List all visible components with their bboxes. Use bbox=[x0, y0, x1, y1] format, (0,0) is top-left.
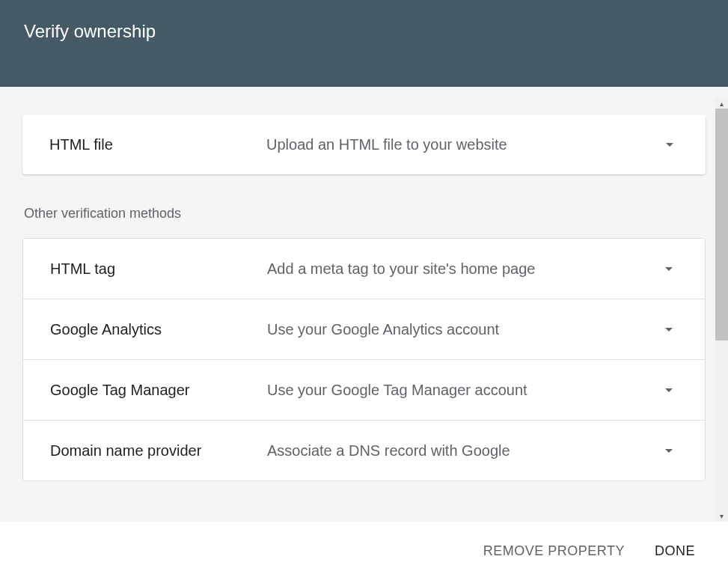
method-title: Domain name provider bbox=[50, 442, 267, 460]
method-description: Associate a DNS record with Google bbox=[267, 442, 660, 460]
scroll-up-arrow-icon[interactable]: ▴ bbox=[715, 98, 728, 109]
method-title: Google Tag Manager bbox=[50, 382, 267, 399]
scrollbar[interactable]: ▴ ▾ bbox=[715, 98, 728, 521]
method-html-tag[interactable]: HTML tag Add a meta tag to your site's h… bbox=[23, 239, 705, 299]
expand-more-icon bbox=[660, 320, 678, 338]
method-title: HTML file bbox=[49, 136, 266, 153]
primary-method-card: HTML file Upload an HTML file to your we… bbox=[22, 115, 706, 174]
scrollbar-thumb[interactable] bbox=[715, 109, 728, 341]
expand-more-icon bbox=[660, 260, 678, 278]
expand-more-icon bbox=[661, 135, 679, 153]
scroll-down-arrow-icon[interactable]: ▾ bbox=[715, 510, 728, 521]
dialog-header: Verify ownership bbox=[0, 0, 728, 87]
other-methods-card: HTML tag Add a meta tag to your site's h… bbox=[22, 238, 706, 481]
dialog-title: Verify ownership bbox=[24, 21, 704, 42]
method-html-file[interactable]: HTML file Upload an HTML file to your we… bbox=[22, 115, 706, 174]
method-description: Upload an HTML file to your website bbox=[266, 136, 661, 153]
other-methods-label: Other verification methods bbox=[24, 206, 706, 222]
expand-more-icon bbox=[660, 381, 678, 399]
expand-more-icon bbox=[660, 442, 678, 460]
method-title: HTML tag bbox=[50, 260, 267, 278]
done-button[interactable]: DONE bbox=[655, 543, 695, 559]
method-description: Add a meta tag to your site's home page bbox=[267, 260, 660, 278]
method-google-analytics[interactable]: Google Analytics Use your Google Analyti… bbox=[23, 299, 705, 360]
content-scroll-area[interactable]: HTML file Upload an HTML file to your we… bbox=[0, 98, 728, 521]
remove-property-button[interactable]: REMOVE PROPERTY bbox=[483, 543, 625, 559]
method-google-tag-manager[interactable]: Google Tag Manager Use your Google Tag M… bbox=[23, 360, 705, 421]
method-title: Google Analytics bbox=[50, 321, 267, 338]
method-description: Use your Google Tag Manager account bbox=[267, 382, 660, 399]
method-description: Use your Google Analytics account bbox=[267, 321, 660, 338]
dialog-footer: REMOVE PROPERTY DONE bbox=[0, 521, 728, 580]
method-domain-name-provider[interactable]: Domain name provider Associate a DNS rec… bbox=[23, 421, 705, 480]
